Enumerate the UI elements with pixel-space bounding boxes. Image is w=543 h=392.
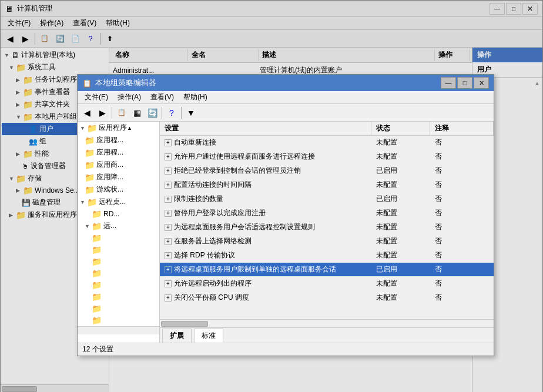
modal-tree-expand-yuan: ▼ (85, 223, 90, 229)
modal-cell-status-3: 未配置 (371, 179, 430, 190)
modal-tab-standard[interactable]: 标准 (194, 329, 223, 343)
modal-scrollbar-thumb[interactable] (161, 321, 208, 327)
modal-tree-expand-remote: ▼ (80, 199, 86, 205)
modal-row-11[interactable]: + 关闭公平份额 CPU 调度 未配置 否 (160, 291, 494, 305)
modal-row-0[interactable]: + 自动重新连接 未配置 否 (160, 136, 494, 150)
modal-tree-app2[interactable]: 📁 应用程... (78, 146, 159, 159)
modal-tree-sub7[interactable]: 📁 (78, 303, 159, 314)
modal-folder-app2: 📁 (85, 148, 95, 158)
modal-tree-expand-app: ▼ (80, 125, 86, 131)
modal-tab-expand[interactable]: 扩展 (162, 329, 192, 343)
modal-folder-sub7: 📁 (92, 304, 102, 313)
modal-cell-setting-5: + 暂停用户登录以完成应用注册 (160, 207, 371, 219)
modal-tree-label-app: 应用程序▲ (99, 123, 132, 133)
modal-title-bar: 📋 本地组策略编辑器 — □ ✕ (78, 75, 494, 91)
modal-cell-note-11: 否 (430, 292, 447, 303)
modal-cell-note-10: 否 (430, 278, 447, 289)
modal-tree-sub8[interactable]: 📁 (78, 314, 159, 326)
modal-back-btn[interactable]: ◀ (80, 106, 94, 120)
modal-tree-sub2[interactable]: 📁 (78, 244, 159, 256)
modal-left-scrollbar[interactable] (78, 326, 159, 334)
modal-cell-setting-3: + 配置活动连接的时间间隔 (160, 179, 371, 190)
modal-row-10[interactable]: + 允许远程启动列出的程序 未配置 否 (160, 277, 494, 291)
modal-menu-view[interactable]: 查看(V) (146, 91, 179, 103)
modal-tree-rd[interactable]: 📁 RD... (78, 208, 159, 220)
modal-tree-app1[interactable]: 📁 应用程... (78, 134, 159, 146)
modal-row-9[interactable]: + 将远程桌面服务用户限制到单独的远程桌面服务会话 已启用 否 (160, 263, 494, 277)
expand-icon-row2: + (165, 167, 172, 175)
modal-view2-btn[interactable]: 🔄 (145, 106, 159, 120)
modal-forward-btn[interactable]: ▶ (95, 106, 109, 120)
modal-folder-sub3: 📁 (92, 257, 102, 266)
modal-tree-app4[interactable]: 📁 应用障... (78, 171, 159, 183)
expand-icon-row11: + (165, 294, 172, 301)
modal-cell-status-10: 未配置 (371, 278, 430, 289)
modal-cell-status-7: 未配置 (371, 236, 430, 247)
modal-folder-app4: 📁 (85, 173, 95, 182)
modal-folder-remote: 📁 (87, 197, 97, 207)
modal-tree-remote[interactable]: ▼ 📁 远程桌... (78, 196, 159, 208)
modal-folder-sub6: 📁 (92, 292, 102, 301)
modal-body: ▼ 📁 应用程序▲ 📁 应用程... 📁 应用程... 📁 应用商... (78, 122, 494, 343)
modal-col-note: 注释 (430, 122, 494, 135)
expand-icon-row0: + (165, 139, 172, 146)
modal-tree-app3[interactable]: 📁 应用商... (78, 159, 159, 171)
expand-icon-row1: + (165, 153, 172, 160)
expand-icon-row3: + (165, 182, 172, 189)
modal-cell-setting-9: + 将远程桌面服务用户限制到单独的远程桌面服务会话 (160, 264, 371, 275)
modal-tree-sub3[interactable]: 📁 (78, 256, 159, 267)
modal-menu-file[interactable]: 文件(E) (80, 91, 113, 103)
modal-row-6[interactable]: + 为远程桌面服务用户会话适远程控制设置规则 未配置 否 (160, 220, 494, 234)
modal-status-text: 12 个设置 (82, 344, 113, 354)
modal-folder-app3: 📁 (85, 160, 95, 170)
expand-icon-row7: + (165, 238, 172, 245)
modal-row-4[interactable]: + 限制连接的数量 已启用 否 (160, 192, 494, 206)
modal-cell-setting-7: + 在服务器上选择网络检测 (160, 236, 371, 247)
modal-help-btn[interactable]: ? (165, 106, 179, 120)
modal-filter-btn[interactable]: ▼ (184, 106, 198, 120)
modal-tree-sub6[interactable]: 📁 (78, 291, 159, 303)
expand-icon-row8: + (165, 252, 172, 259)
modal-row-8[interactable]: + 选择 RDP 传输协议 未配置 否 (160, 249, 494, 263)
modal-cell-status-2: 已启用 (371, 165, 430, 176)
modal-tree-yuan[interactable]: ▼ 📁 远... (78, 220, 159, 232)
modal-menu-help[interactable]: 帮助(H) (179, 91, 212, 103)
modal-view1-btn[interactable]: ▦ (130, 106, 144, 120)
modal-row-5[interactable]: + 暂停用户登录以完成应用注册 未配置 否 (160, 206, 494, 220)
modal-right-panel: 设置 状态 注释 + 自动重新连接 未配置 否 (160, 122, 494, 343)
modal-cell-note-0: 否 (430, 137, 447, 148)
modal-row-3[interactable]: + 配置活动连接的时间间隔 未配置 否 (160, 178, 494, 192)
modal-tree-sub1[interactable]: 📁 (78, 232, 159, 244)
modal-left-scrollbar-h[interactable] (78, 326, 159, 334)
expand-icon-row5: + (165, 210, 172, 217)
modal-tree-game[interactable]: 📁 游戏状... (78, 183, 159, 196)
modal-title: 本地组策略编辑器 (95, 78, 440, 88)
modal-tree-label-game: 游戏状... (96, 185, 123, 195)
modal-sep3 (181, 107, 182, 119)
modal-row-2[interactable]: + 拒绝已经登录到控制台会话的管理员注销 已启用 否 (160, 164, 494, 178)
modal-cell-note-4: 否 (430, 193, 447, 205)
modal-folder-game: 📁 (85, 185, 95, 195)
modal-close[interactable]: ✕ (474, 77, 489, 89)
modal-cell-status-9: 已启用 (371, 264, 430, 275)
modal-folder-app: 📁 (87, 123, 97, 133)
modal-tree-sub5[interactable]: 📁 (78, 279, 159, 291)
modal-row-7[interactable]: + 在服务器上选择网络检测 未配置 否 (160, 234, 494, 249)
modal-cell-status-8: 未配置 (371, 250, 430, 261)
expand-icon-row6: + (165, 224, 172, 231)
modal-show-btn[interactable]: 📋 (115, 106, 129, 120)
modal-cell-status-1: 未配置 (371, 151, 430, 162)
modal-toolbar: ◀ ▶ 📋 ▦ 🔄 ? ▼ (78, 104, 494, 122)
modal-cell-status-6: 未配置 (371, 222, 430, 233)
modal-row-1[interactable]: + 允许用户通过使用远程桌面服务进行远程连接 未配置 否 (160, 150, 494, 164)
modal-maximize[interactable]: □ (457, 77, 472, 89)
modal-tree-app[interactable]: ▼ 📁 应用程序▲ (78, 122, 159, 134)
modal-minimize[interactable]: — (441, 77, 456, 89)
modal-menu-action[interactable]: 操作(A) (113, 91, 146, 103)
modal-tree-sub4[interactable]: 📁 (78, 267, 159, 279)
modal-cell-note-9: 否 (430, 264, 447, 275)
modal-right-scrollbar-h[interactable] (160, 319, 494, 327)
modal-cell-note-8: 否 (430, 250, 447, 261)
modal-folder-sub5: 📁 (92, 280, 102, 290)
modal-cell-note-1: 否 (430, 151, 447, 162)
